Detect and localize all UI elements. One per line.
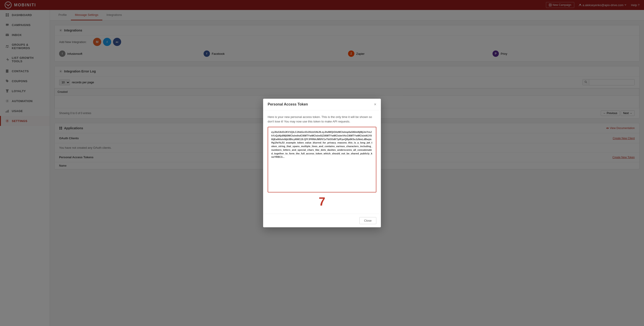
modal-close-button[interactable]: × [374,102,376,106]
token-box: eyJ0eXAiOiJKV1QiLCJhbGciOiJSUzI1NiJ9.eyJ… [268,127,376,192]
modal-body: Here is your new personal access token. … [263,110,381,214]
modal-header: Personal Access Token × [263,99,381,110]
token-number: 7 [268,192,376,209]
token-text: eyJ0eXAiOiJKV1QiLCJhbGciOiJSUzI1NiJ9.eyJ… [271,130,373,159]
modal-overlay: Personal Access Token × Here is your new… [0,0,644,326]
modal-footer: Close [263,214,381,227]
modal-description: Here is your new personal access token. … [268,115,376,124]
personal-access-token-modal: Personal Access Token × Here is your new… [263,99,381,227]
modal-title: Personal Access Token [268,102,308,106]
close-modal-button[interactable]: Close [359,217,376,224]
